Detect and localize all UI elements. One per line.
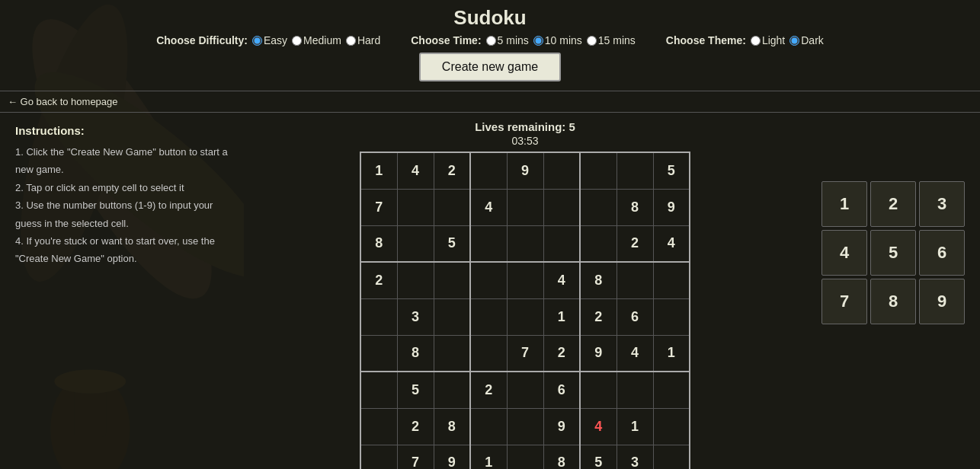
sudoku-cell[interactable]: 7 [507, 335, 543, 372]
sudoku-cell[interactable] [617, 372, 653, 408]
sudoku-cell[interactable]: 7 [360, 189, 397, 225]
sudoku-cell[interactable] [653, 408, 690, 445]
sudoku-cell[interactable]: 3 [397, 298, 434, 335]
time-5[interactable]: 5 mins [486, 34, 529, 46]
sudoku-cell[interactable]: 7 [397, 445, 434, 469]
sudoku-cell[interactable]: 2 [397, 408, 434, 445]
sudoku-cell[interactable]: 4 [397, 152, 434, 189]
sudoku-cell[interactable]: 1 [470, 445, 507, 469]
number-button-9[interactable]: 9 [919, 279, 965, 324]
sudoku-cell[interactable]: 1 [360, 152, 397, 189]
sudoku-cell[interactable]: 9 [434, 445, 470, 469]
sudoku-cell[interactable] [434, 372, 470, 408]
time-15[interactable]: 15 mins [587, 34, 636, 46]
sudoku-cell[interactable] [653, 445, 690, 469]
sudoku-cell[interactable]: 8 [434, 408, 470, 445]
number-button-8[interactable]: 8 [870, 279, 916, 324]
sudoku-cell[interactable]: 5 [434, 225, 470, 262]
sudoku-cell[interactable]: 3 [617, 445, 653, 469]
sudoku-cell[interactable] [470, 262, 507, 298]
sudoku-cell[interactable] [434, 298, 470, 335]
sudoku-cell[interactable]: 8 [397, 335, 434, 372]
sudoku-cell[interactable]: 2 [543, 335, 580, 372]
sudoku-cell[interactable] [580, 189, 617, 225]
create-game-button[interactable]: Create new game [419, 53, 561, 81]
sudoku-cell[interactable] [507, 408, 543, 445]
sudoku-cell[interactable] [360, 335, 397, 372]
back-link[interactable]: ← Go back to homepage [0, 91, 980, 113]
difficulty-easy[interactable]: Easy [252, 34, 287, 46]
sudoku-cell[interactable]: 1 [653, 335, 690, 372]
sudoku-cell[interactable] [434, 262, 470, 298]
sudoku-cell[interactable] [507, 225, 543, 262]
sudoku-cell[interactable]: 2 [470, 372, 507, 408]
sudoku-cell[interactable] [617, 152, 653, 189]
sudoku-cell[interactable]: 1 [543, 298, 580, 335]
sudoku-cell[interactable] [397, 262, 434, 298]
theme-dark[interactable]: Dark [789, 34, 824, 46]
sudoku-cell[interactable] [470, 335, 507, 372]
number-button-2[interactable]: 2 [870, 181, 916, 227]
time-10[interactable]: 10 mins [533, 34, 582, 46]
sudoku-cell[interactable]: 5 [653, 152, 690, 189]
sudoku-cell[interactable]: 9 [653, 189, 690, 225]
sudoku-cell[interactable] [507, 298, 543, 335]
sudoku-cell[interactable] [543, 225, 580, 262]
sudoku-cell[interactable] [360, 298, 397, 335]
sudoku-cell[interactable] [507, 445, 543, 469]
sudoku-cell[interactable] [434, 189, 470, 225]
sudoku-cell[interactable]: 8 [580, 262, 617, 298]
sudoku-cell[interactable]: 6 [617, 298, 653, 335]
sudoku-cell[interactable]: 4 [543, 262, 580, 298]
number-button-4[interactable]: 4 [821, 230, 867, 276]
sudoku-cell[interactable]: 4 [470, 189, 507, 225]
sudoku-cell[interactable]: 5 [580, 445, 617, 469]
sudoku-cell[interactable]: 2 [617, 225, 653, 262]
sudoku-cell[interactable]: 9 [507, 152, 543, 189]
sudoku-cell[interactable] [470, 225, 507, 262]
sudoku-cell[interactable]: 2 [360, 262, 397, 298]
sudoku-cell[interactable]: 2 [580, 298, 617, 335]
sudoku-cell[interactable] [507, 189, 543, 225]
sudoku-cell[interactable] [617, 262, 653, 298]
sudoku-cell[interactable] [507, 372, 543, 408]
sudoku-cell[interactable] [360, 372, 397, 408]
sudoku-cell[interactable]: 2 [434, 152, 470, 189]
sudoku-cell[interactable] [653, 262, 690, 298]
number-button-1[interactable]: 1 [821, 181, 867, 227]
theme-light[interactable]: Light [751, 34, 785, 46]
sudoku-cell[interactable] [360, 445, 397, 469]
number-button-6[interactable]: 6 [919, 230, 965, 276]
sudoku-cell[interactable]: 9 [543, 408, 580, 445]
sudoku-cell[interactable] [470, 408, 507, 445]
sudoku-cell[interactable]: 6 [543, 372, 580, 408]
sudoku-cell[interactable] [653, 298, 690, 335]
difficulty-hard[interactable]: Hard [346, 34, 380, 46]
sudoku-cell[interactable] [397, 225, 434, 262]
difficulty-medium[interactable]: Medium [292, 34, 341, 46]
sudoku-cell[interactable]: 4 [617, 335, 653, 372]
number-button-3[interactable]: 3 [919, 181, 965, 227]
sudoku-cell[interactable]: 5 [397, 372, 434, 408]
sudoku-cell[interactable] [580, 225, 617, 262]
sudoku-cell[interactable] [580, 372, 617, 408]
sudoku-cell[interactable] [543, 152, 580, 189]
sudoku-cell[interactable] [543, 189, 580, 225]
sudoku-cell[interactable]: 8 [360, 225, 397, 262]
sudoku-cell[interactable] [470, 298, 507, 335]
sudoku-cell[interactable] [470, 152, 507, 189]
sudoku-cell[interactable]: 8 [617, 189, 653, 225]
number-button-7[interactable]: 7 [821, 279, 867, 324]
number-button-5[interactable]: 5 [870, 230, 916, 276]
sudoku-cell[interactable]: 8 [543, 445, 580, 469]
sudoku-cell[interactable] [580, 152, 617, 189]
sudoku-cell[interactable]: 1 [617, 408, 653, 445]
sudoku-cell[interactable] [397, 189, 434, 225]
sudoku-cell[interactable]: 4 [580, 408, 617, 445]
sudoku-cell[interactable]: 4 [653, 225, 690, 262]
sudoku-cell[interactable] [434, 335, 470, 372]
sudoku-cell[interactable] [360, 408, 397, 445]
sudoku-cell[interactable] [507, 262, 543, 298]
sudoku-cell[interactable] [653, 372, 690, 408]
sudoku-cell[interactable]: 9 [580, 335, 617, 372]
